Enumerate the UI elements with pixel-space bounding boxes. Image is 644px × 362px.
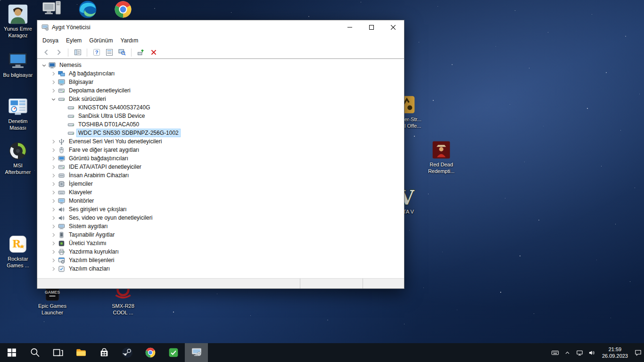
menu-eylem[interactable]: Eylem <box>62 35 85 46</box>
tree-item-mice[interactable]: Fare ve diğer işaret aygıtları <box>37 146 404 154</box>
desktop-icon-msi[interactable]: MSI Afterburner <box>0 140 36 176</box>
chevron-right-icon[interactable] <box>50 87 58 94</box>
tray-chevron-up-icon[interactable] <box>561 343 574 362</box>
tray-notifications-icon[interactable] <box>632 343 644 362</box>
uninstall-button[interactable] <box>147 47 160 58</box>
desktop-icon-label: SMX-R28 COOL ... <box>105 303 141 316</box>
tree-item-system-devices[interactable]: Sistem aygıtları <box>37 222 404 230</box>
tree-item-display-adapters[interactable]: Görüntü bağdaştırıcıları <box>37 154 404 163</box>
desktop-icon-reddead[interactable]: Red Dead Redempti... <box>423 140 459 175</box>
tree-item-computer[interactable]: Bilgisayar <box>37 78 404 86</box>
desktop-icon-chrome[interactable] <box>105 0 141 20</box>
taskbar-clock[interactable]: 21:59 26.09.2023 <box>598 346 632 360</box>
desktop-icon-rockstar[interactable]: RRockstar Games ... <box>0 234 36 269</box>
chevron-right-icon[interactable] <box>50 248 58 255</box>
tree-item-portable-devices[interactable]: Taşınabilir Aygıtlar <box>37 230 404 239</box>
maximize-button[interactable] <box>361 20 382 34</box>
tree-item-sound-video-game-controllers[interactable]: Ses, video ve oyun denetleyicileri <box>37 214 404 222</box>
taskbar-store-button[interactable] <box>92 343 116 362</box>
tree-item-software-components[interactable]: Yazılım bileşenleri <box>37 256 404 264</box>
chevron-right-icon[interactable] <box>50 163 58 171</box>
tree-item-disk-kingston[interactable]: KINGSTON SA400S37240G <box>37 103 404 112</box>
tree-item-processors[interactable]: İşlemciler <box>37 180 404 188</box>
tree-item-label: Ses girişleri ve çıkışları <box>67 206 128 213</box>
chevron-right-icon[interactable] <box>50 172 58 179</box>
printer-icon <box>58 248 66 255</box>
chevron-right-icon[interactable] <box>50 138 58 145</box>
chevron-right-icon[interactable] <box>50 239 58 247</box>
desktop-icon-user[interactable]: Yunus Emre Karagoz <box>0 4 36 39</box>
chevron-right-icon[interactable] <box>50 70 58 77</box>
desktop-icon-pcgray[interactable] <box>34 0 70 20</box>
tree-item-network-adapters[interactable]: Ağ bağdaştırıcıları <box>37 69 404 78</box>
tree-item-usb-controllers[interactable]: Evrensel Seri Veri Yolu denetleyicileri <box>37 137 404 146</box>
tree-item-disk-drives[interactable]: Disk sürücüleri <box>37 95 404 103</box>
update-driver-button[interactable] <box>134 47 147 58</box>
tree-item-ide-controllers[interactable]: IDE ATA/ATAPI denetleyiciler <box>37 163 404 171</box>
desktop-icon-thispc[interactable]: Bu bilgisayar <box>0 50 36 79</box>
menu-yardim[interactable]: Yardım <box>116 35 142 46</box>
msi-icon <box>8 140 28 161</box>
taskbar-device-manager-button[interactable] <box>185 343 208 362</box>
console-tree-button[interactable] <box>71 47 84 58</box>
system-icon <box>58 222 66 230</box>
tree-item-software-devices[interactable]: Yazılım cihazları <box>37 264 404 273</box>
tree-item-label: Üretici Yazılımı <box>67 239 108 247</box>
softcomp-icon <box>58 256 66 264</box>
tray-volume-icon[interactable] <box>586 343 598 362</box>
chevron-right-icon[interactable] <box>50 231 58 239</box>
tree-item-disk-wdc[interactable]: WDC PC SN530 SDBPNPZ-256G-1002 <box>37 129 404 137</box>
tree-item-keyboards[interactable]: Klavyeler <box>37 188 404 197</box>
tray-keyboard-icon[interactable] <box>549 343 561 362</box>
title-bar[interactable]: Aygıt Yöneticisi <box>37 20 404 34</box>
help-button[interactable]: ? <box>90 47 103 58</box>
tree-item-label: IDE ATA/ATAPI denetleyiciler <box>67 163 143 171</box>
properties-button[interactable] <box>103 47 116 58</box>
desktop-icon-edge[interactable] <box>70 0 106 20</box>
tree-item-storage-controllers[interactable]: Depolama denetleyicileri <box>37 86 404 95</box>
chevron-down-icon[interactable] <box>40 61 48 69</box>
tree-item-label: Nemesis <box>58 61 83 69</box>
chevron-right-icon[interactable] <box>50 206 58 213</box>
cpu-icon <box>58 180 66 188</box>
tray-ethernet-icon[interactable] <box>574 343 586 362</box>
tree-item-disk-sandisk[interactable]: SanDisk Ultra USB Device <box>37 112 404 120</box>
tree-item-print-queues[interactable]: Yazdırma kuyrukları <box>37 247 404 256</box>
chevron-right-icon[interactable] <box>50 222 58 230</box>
svg-text:GAMES: GAMES <box>45 290 60 295</box>
chevron-right-icon[interactable] <box>50 214 58 222</box>
chevron-right-icon[interactable] <box>50 155 58 162</box>
scan-button[interactable] <box>116 47 128 58</box>
taskbar-file-explorer-button[interactable] <box>69 343 92 362</box>
chevron-right-icon[interactable] <box>50 256 58 264</box>
chevron-right-icon[interactable] <box>50 78 58 86</box>
tree-item-nemesis[interactable]: Nemesis <box>37 61 404 69</box>
taskbar-steam-button[interactable] <box>116 343 139 362</box>
tree-item-firmware[interactable]: Üretici Yazılımı <box>37 239 404 247</box>
chevron-down-icon[interactable] <box>50 95 58 103</box>
taskbar-chrome-button[interactable] <box>139 343 162 362</box>
chevron-right-icon[interactable] <box>50 265 58 272</box>
chevron-right-icon[interactable] <box>50 180 58 188</box>
svg-text:?: ? <box>95 49 98 55</box>
desktop-icon-cpanel[interactable]: Denetim Masası <box>0 96 36 132</box>
taskbar-task-view-button[interactable] <box>46 343 69 362</box>
taskbar-search-button[interactable] <box>23 343 46 362</box>
minimize-button[interactable] <box>339 20 361 34</box>
taskbar-start-button[interactable] <box>0 343 23 362</box>
taskbar-green-app-button[interactable] <box>162 343 185 362</box>
close-button[interactable] <box>382 20 404 34</box>
menu-gorunum[interactable]: Görünüm <box>85 35 116 46</box>
tree-item-hid-devices[interactable]: İnsan Arabirim Cihazları <box>37 171 404 180</box>
chevron-right-icon[interactable] <box>50 146 58 154</box>
chevron-right-icon[interactable] <box>50 189 58 196</box>
chevron-right-icon[interactable] <box>50 197 58 205</box>
tree-item-audio-inputs-outputs[interactable]: Ses girişleri ve çıkışları <box>37 205 404 214</box>
tree-item-label: Yazılım cihazları <box>67 265 111 272</box>
tree-item-label: İnsan Arabirim Cihazları <box>67 172 130 179</box>
menu-dosya[interactable]: Dosya <box>39 35 62 46</box>
tree-item-disk-toshiba[interactable]: TOSHIBA DT01ACA050 <box>37 120 404 129</box>
back-button[interactable] <box>40 47 52 58</box>
forward-button[interactable] <box>52 47 65 58</box>
tree-item-monitors[interactable]: Monitörler <box>37 197 404 205</box>
